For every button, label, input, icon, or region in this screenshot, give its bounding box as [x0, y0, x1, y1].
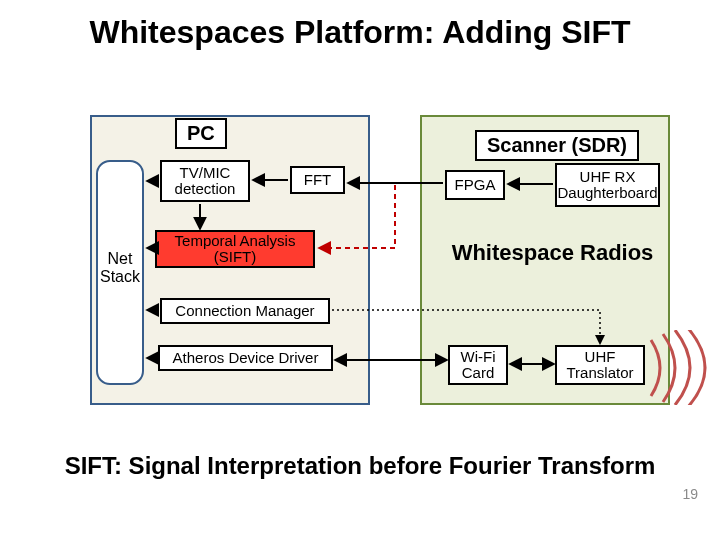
uhf-rx-box: UHF RX Daughterboard [555, 163, 660, 207]
sift-line2: (SIFT) [214, 248, 257, 265]
connection-manager-box: Connection Manager [160, 298, 330, 324]
slide-title: Whitespaces Platform: Adding SIFT [0, 0, 720, 57]
wifi-card-box: Wi-Fi Card [448, 345, 508, 385]
wifi-line1: Wi-Fi [461, 348, 496, 365]
sift-box: Temporal Analysis (SIFT) [155, 230, 315, 268]
fft-box: FFT [290, 166, 345, 194]
whitespace-radios-label: Whitespace Radios [440, 240, 665, 266]
net-stack-line1: Net [108, 250, 133, 267]
fpga-label: FPGA [455, 177, 496, 194]
uhfrx-line1: UHF RX [580, 168, 636, 185]
pc-panel-title: PC [175, 118, 227, 149]
uhfrx-line2: Daughterboard [557, 184, 657, 201]
footer-caption: SIFT: Signal Interpretation before Fouri… [0, 452, 720, 480]
net-stack-line2: Stack [100, 268, 140, 285]
tvmic-line1: TV/MIC [180, 164, 231, 181]
cm-label: Connection Manager [175, 303, 314, 320]
sift-line1: Temporal Analysis [175, 232, 296, 249]
page-number: 19 [682, 486, 698, 502]
tvmic-detection-box: TV/MIC detection [160, 160, 250, 202]
rf-waves-icon [645, 330, 715, 405]
wifi-line2: Card [462, 364, 495, 381]
fft-label: FFT [304, 172, 332, 189]
uhf-translator-box: UHF Translator [555, 345, 645, 385]
uhft-line1: UHF [585, 348, 616, 365]
tvmic-line2: detection [175, 180, 236, 197]
uhft-line2: Translator [567, 364, 634, 381]
sdr-panel-title: Scanner (SDR) [475, 130, 639, 161]
net-stack-label: Net Stack [95, 250, 145, 285]
atheros-driver-box: Atheros Device Driver [158, 345, 333, 371]
add-label: Atheros Device Driver [173, 350, 319, 367]
fpga-box: FPGA [445, 170, 505, 200]
